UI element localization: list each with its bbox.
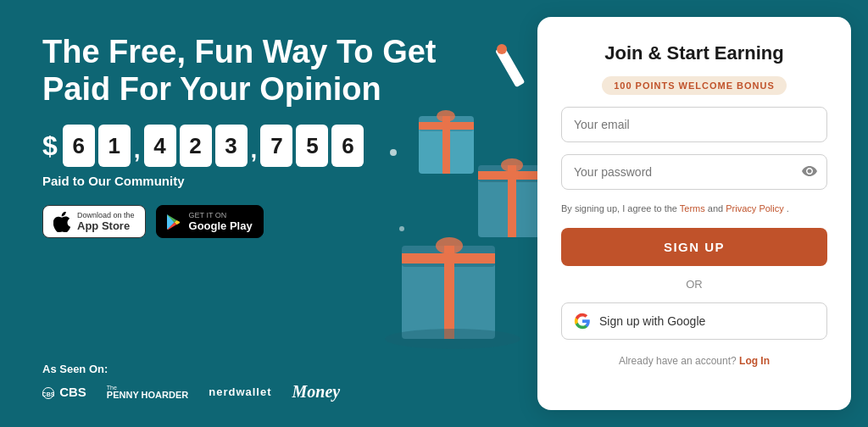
digit-1: 1 <box>98 125 131 167</box>
google-icon <box>574 313 591 330</box>
google-signup-button[interactable]: Sign up with Google <box>561 302 827 340</box>
apple-icon <box>53 212 70 232</box>
svg-text:CBS: CBS <box>42 391 54 397</box>
email-input[interactable] <box>561 107 827 142</box>
app-store-badge[interactable]: Download on the App Store <box>42 205 146 238</box>
password-input[interactable] <box>561 154 827 190</box>
signup-form-card: Join & Start Earning 100 POINTS WELCOME … <box>537 17 851 410</box>
paid-label: Paid to Our Community <box>42 174 504 188</box>
cbs-circle-icon: CBS <box>42 387 54 399</box>
comma-2: , <box>251 125 258 167</box>
digit-3: 3 <box>215 125 248 167</box>
terms-text: By signing up, I agree to the Terms and … <box>561 202 827 216</box>
as-seen-on: As Seen On: CBS CBS The PENNY HOARDER ne… <box>42 363 504 402</box>
terms-link[interactable]: Terms <box>680 203 705 214</box>
digit-2: 2 <box>180 125 212 167</box>
digit-7: 7 <box>260 125 292 167</box>
password-wrapper <box>561 154 827 190</box>
penny-hoarder-logo: The PENNY HOARDER <box>107 385 188 400</box>
toggle-password-icon[interactable] <box>802 164 817 180</box>
store-badges: Download on the App Store GET IT ON Goog… <box>42 205 504 238</box>
privacy-link[interactable]: Privacy Policy <box>726 203 783 214</box>
google-play-icon <box>167 214 182 230</box>
login-link[interactable]: Log In <box>739 355 770 367</box>
comma-1: , <box>134 125 141 167</box>
or-divider: OR <box>561 278 827 291</box>
google-play-badge[interactable]: GET IT ON Google Play <box>156 205 264 238</box>
counter-digits: 6 1 , 4 2 3 , 7 5 6 <box>63 125 364 167</box>
money-logo: Money <box>292 382 341 402</box>
nerdwallet-logo: nerdwallet <box>209 385 271 398</box>
digit-4: 4 <box>144 125 176 167</box>
welcome-badge: 100 POINTS WELCOME BONUS <box>602 76 787 95</box>
cbs-logo: CBS CBS <box>42 385 86 399</box>
counter-section: $ 6 1 , 4 2 3 , 7 5 6 <box>42 125 504 167</box>
google-play-text: GET IT ON Google Play <box>189 211 253 232</box>
google-signup-label: Sign up with Google <box>599 314 705 328</box>
as-seen-label: As Seen On: <box>42 363 504 375</box>
digit-6b: 6 <box>331 125 364 167</box>
digit-5: 5 <box>296 125 328 167</box>
signup-button[interactable]: SIGN UP <box>561 228 827 266</box>
form-title: Join & Start Earning <box>561 42 827 64</box>
app-store-text: Download on the App Store <box>77 211 135 232</box>
digit-6: 6 <box>63 125 95 167</box>
main-headline: The Free, Fun Way To Get Paid For Your O… <box>42 34 504 108</box>
logos-row: CBS CBS The PENNY HOARDER nerdwallet Mon… <box>42 382 504 402</box>
dollar-sign: $ <box>42 130 58 162</box>
already-account-text: Already have an account? Log In <box>561 355 827 367</box>
left-panel: The Free, Fun Way To Get Paid For Your O… <box>0 0 537 427</box>
